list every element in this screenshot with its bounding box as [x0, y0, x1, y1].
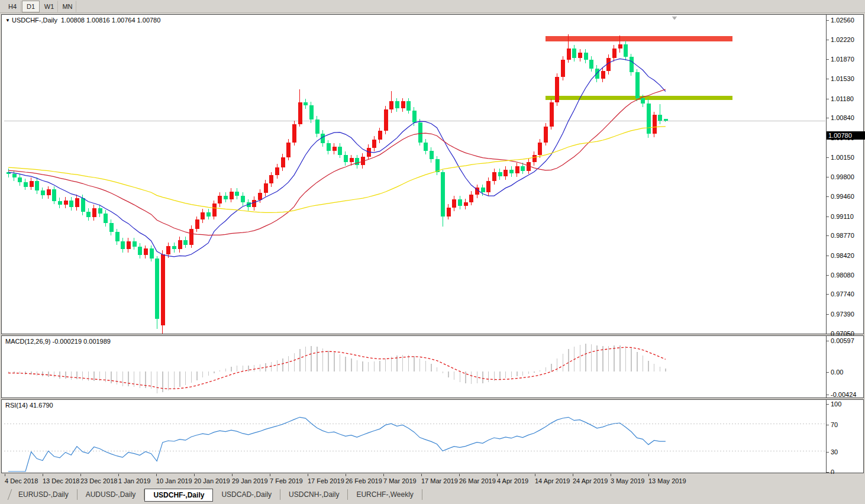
macd-tick-label: 0.00	[831, 369, 843, 376]
candle-body	[618, 44, 622, 49]
timeframe-button-D1[interactable]: D1	[22, 1, 40, 12]
chart-tab-usdchfdaily[interactable]: USDCHF-,Daily	[144, 489, 213, 502]
macd-bar	[608, 346, 609, 371]
candle-body	[64, 201, 68, 205]
macd-signal-value: 0.001989	[83, 338, 111, 345]
candle-body	[12, 174, 17, 177]
candle-body	[612, 49, 617, 58]
macd-tick-label: 0.00597	[831, 337, 854, 344]
candle-body	[189, 229, 193, 245]
macd-bar	[174, 371, 175, 389]
price-tick	[827, 118, 829, 118]
candle-body	[52, 189, 56, 201]
resistance-line[interactable]	[546, 36, 732, 41]
macd-bar	[362, 361, 363, 371]
candle-body	[201, 212, 205, 220]
macd-bar	[471, 371, 472, 384]
candle-body	[584, 53, 588, 60]
macd-bar	[25, 371, 25, 374]
macd-bar	[82, 371, 83, 380]
price-tick-label: 0.97390	[831, 311, 854, 318]
macd-tick	[827, 395, 829, 395]
macd-title: MACD(12,26,9) -0.000219 0.001989	[5, 338, 111, 345]
price-tick-label: 1.01530	[831, 75, 854, 82]
rsi-value: 41.6790	[30, 402, 53, 409]
price-tick	[827, 275, 829, 276]
timeframe-button-W1[interactable]: W1	[40, 1, 58, 12]
price-scale-divider	[826, 15, 827, 334]
macd-scale-divider	[826, 336, 827, 398]
dropdown-arrow-icon[interactable]: ▼	[5, 18, 10, 23]
macd-bar	[374, 361, 375, 371]
macd-bar	[305, 347, 306, 371]
price-tick-label: 1.01870	[831, 56, 854, 63]
timeframe-button-MN[interactable]: MN	[59, 1, 76, 12]
macd-bar	[448, 371, 448, 377]
candles-group	[7, 34, 668, 334]
price-tick-label: 1.00840	[831, 114, 854, 121]
macd-bar	[294, 353, 295, 371]
price-tick-label: 0.98080	[831, 272, 854, 279]
chart-tab-usdcaddaily[interactable]: USDCAD-,Daily	[213, 489, 280, 500]
timeframe-button-H4[interactable]: H4	[4, 1, 21, 12]
macd-bar	[414, 356, 414, 371]
candle-body	[509, 170, 514, 174]
candle-body	[35, 181, 39, 190]
candle-body	[24, 182, 28, 187]
quote-high: 1.00816	[86, 17, 110, 24]
macd-bar	[643, 356, 643, 371]
chart-tab-usdcnhdaily[interactable]: USDCNH-,Daily	[280, 489, 348, 500]
candle-body	[447, 208, 451, 216]
chart-title: ▼ USDCHF-,Daily 1.00808 1.00816 1.00764 …	[5, 17, 160, 24]
candle-body	[264, 183, 268, 193]
macd-bar	[351, 358, 351, 371]
date-label: 17 Mar 2019	[421, 477, 458, 484]
candle-body	[69, 201, 73, 208]
macd-bar	[76, 371, 77, 379]
macd-bar	[260, 364, 260, 371]
candle-body	[218, 196, 222, 203]
macd-bar	[431, 364, 431, 371]
macd-bar	[499, 371, 500, 380]
macd-bar	[271, 362, 272, 371]
date-tick	[80, 474, 81, 476]
macd-bar	[437, 367, 437, 371]
chart-tab-eurusddaily[interactable]: EURUSD-,Daily	[10, 489, 78, 500]
quote-low: 1.00764	[112, 17, 135, 24]
macd-plot[interactable]	[2, 336, 863, 398]
candle-body	[412, 111, 417, 122]
macd-histogram	[8, 344, 666, 393]
rsi-tick-label: 100	[831, 400, 841, 408]
candle-body	[30, 181, 34, 187]
macd-bar	[551, 364, 551, 371]
candle-body	[492, 172, 496, 181]
macd-bar	[93, 371, 94, 381]
macd-bar	[563, 354, 563, 371]
main-chart-plot[interactable]	[2, 15, 863, 334]
chart-shift-marker-icon[interactable]	[672, 17, 677, 20]
macd-bar	[140, 371, 140, 388]
date-axis[interactable]: 4 Dec 201813 Dec 201823 Dec 20181 Jan 20…	[1, 474, 864, 488]
chart-tab-audusddaily[interactable]: AUDUSD-,Daily	[78, 489, 145, 500]
date-tick	[270, 474, 270, 476]
candle-body	[338, 147, 342, 154]
ma-slow-yellow	[8, 127, 666, 213]
macd-bar	[179, 371, 180, 387]
macd-bar	[408, 355, 409, 371]
macd-bar	[328, 351, 328, 371]
chart-tab-eurchfweekly[interactable]: EURCHF-,Weekly	[348, 489, 422, 500]
macd-bar	[402, 355, 403, 371]
candle-body	[503, 170, 508, 177]
candle-body	[172, 246, 176, 250]
candle-body	[224, 196, 228, 199]
price-tick-label: 0.99110	[831, 213, 854, 220]
candle-body	[235, 192, 239, 196]
candle-body	[384, 109, 388, 131]
macd-bar	[546, 367, 546, 371]
macd-bar	[71, 371, 72, 380]
timeframe-toolbar: H4D1W1MN	[0, 0, 865, 13]
date-tick	[459, 474, 460, 476]
macd-bar	[425, 361, 426, 371]
rsi-plot[interactable]	[2, 400, 863, 473]
date-tick	[5, 474, 5, 476]
